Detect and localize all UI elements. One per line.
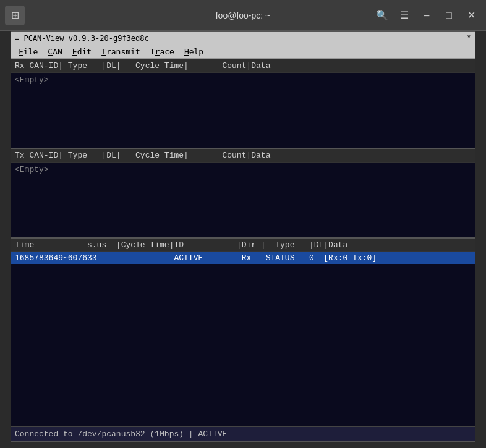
menu-help[interactable]: Help — [179, 46, 208, 57]
rx-pane: Rx CAN-ID| Type |DL| Cycle Time| Count|D… — [11, 59, 475, 148]
log-row[interactable]: 1685783649~607633 ACTIVE Rx STATUS 0 [Rx… — [11, 252, 475, 264]
log-pane: Time s.us |Cycle Time|ID |Dir | Type |DL… — [11, 238, 475, 426]
menu-trace[interactable]: Trace — [145, 46, 179, 57]
menu-icon: ☰ — [400, 9, 409, 21]
rx-content: <Empty> — [11, 73, 475, 148]
title-bar: ⊞ foo@foo-pc: ~ 🔍 ☰ – □ ✕ — [0, 0, 486, 31]
menu-transmit[interactable]: Transmit — [96, 46, 145, 57]
window-title: foo@foo-pc: ~ — [216, 11, 271, 20]
app-icon: ⊞ — [11, 9, 19, 21]
rx-empty-label: <Empty> — [15, 75, 49, 85]
search-button[interactable]: 🔍 — [372, 6, 392, 25]
status-bar: Connected to /dev/pcanusb32 (1Mbps) | AC… — [11, 426, 475, 441]
app-title-text: = PCAN-View v0.9.3-20-g9f3ed8c — [15, 34, 149, 43]
title-bar-left: ⊞ — [5, 6, 25, 25]
close-button[interactable]: ✕ — [461, 6, 481, 25]
menu-edit[interactable]: Edit — [67, 46, 96, 57]
minimize-icon: – — [424, 10, 430, 21]
menu-file[interactable]: File — [14, 46, 43, 57]
main-window: = PCAN-View v0.9.3-20-g9f3ed8c * File CA… — [11, 31, 475, 442]
window-controls: 🔍 ☰ – □ ✕ — [372, 6, 481, 25]
close-icon: ✕ — [467, 9, 475, 21]
minimize-button[interactable]: – — [417, 6, 437, 25]
search-icon: 🔍 — [376, 9, 388, 21]
rx-header: Rx CAN-ID| Type |DL| Cycle Time| Count|D… — [11, 59, 475, 73]
tx-content: <Empty> — [11, 163, 475, 237]
menu-can[interactable]: CAN — [43, 46, 67, 57]
tx-pane: Tx CAN-ID| Type |DL| Cycle Time| Count|D… — [11, 148, 475, 238]
menu-button[interactable]: ☰ — [394, 6, 414, 25]
tx-empty-label: <Empty> — [15, 165, 49, 174]
maximize-icon: □ — [446, 10, 452, 21]
tx-header: Tx CAN-ID| Type |DL| Cycle Time| Count|D… — [11, 148, 475, 163]
menu-bar: File CAN Edit Transmit Trace Help — [11, 45, 475, 59]
app-title-asterisk: * — [467, 34, 471, 43]
log-content[interactable]: 1685783649~607633 ACTIVE Rx STATUS 0 [Rx… — [11, 252, 475, 426]
maximize-button[interactable]: □ — [439, 6, 459, 25]
log-header: Time s.us |Cycle Time|ID |Dir | Type |DL… — [11, 238, 475, 252]
app-icon-button[interactable]: ⊞ — [5, 6, 25, 25]
status-text: Connected to /dev/pcanusb32 (1Mbps) | AC… — [15, 429, 227, 439]
app-title-bar: = PCAN-View v0.9.3-20-g9f3ed8c * — [11, 32, 475, 45]
